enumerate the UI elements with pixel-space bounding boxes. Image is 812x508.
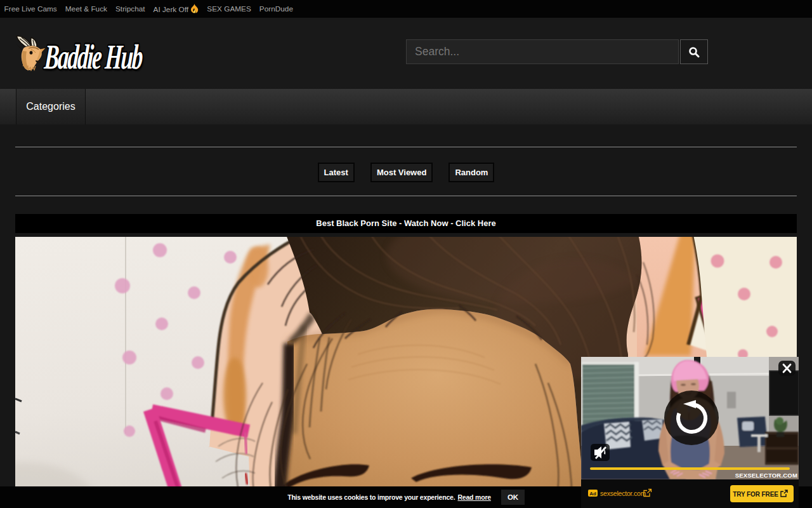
svg-text:Baddie Hub: Baddie Hub xyxy=(43,37,144,76)
svg-text:TRY FOR FREE: TRY FOR FREE xyxy=(733,491,778,498)
svg-text:sexselector.com: sexselector.com xyxy=(600,490,646,497)
svg-text:Ad: Ad xyxy=(589,491,596,497)
svg-text:SEXSELECTOR.COM: SEXSELECTOR.COM xyxy=(735,472,797,479)
